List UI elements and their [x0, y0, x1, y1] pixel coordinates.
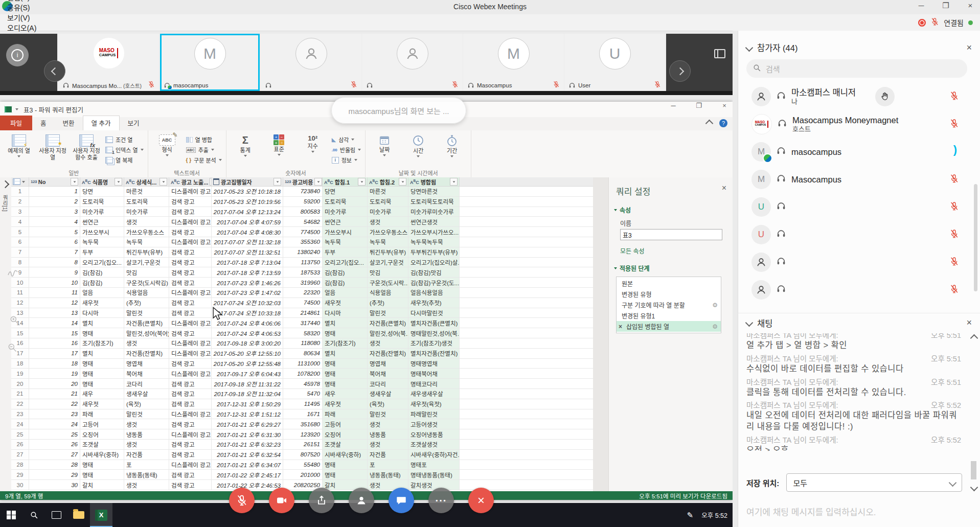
cell[interactable]: 2017-09-17 오후 6:04:43: [212, 369, 283, 378]
ribbon-button-반올림[interactable]: .00반올림: [332, 146, 361, 154]
cell[interactable]: 45978: [283, 379, 323, 388]
row-number[interactable]: 21: [11, 389, 29, 399]
row-number[interactable]: 29: [11, 470, 29, 479]
cell[interactable]: 말린것,성어(북어): [124, 328, 169, 338]
recording-icon[interactable]: [918, 19, 926, 27]
step-settings-icon[interactable]: ⚙: [712, 302, 718, 309]
cell[interactable]: 얼음: [80, 288, 124, 297]
column-header-합침.1[interactable]: ABC합침.1: [323, 177, 368, 186]
cell[interactable]: 미숫가루: [124, 207, 169, 217]
row-number[interactable]: 26: [11, 440, 29, 449]
cell[interactable]: 디스플레이 광고: [169, 338, 212, 348]
participant-row-1[interactable]: MASOCAMPUS........Masocampus Moneymagnet…: [738, 110, 972, 138]
video-tile-5[interactable]: UUser: [565, 34, 665, 91]
cell[interactable]: 명태: [80, 460, 124, 470]
cell[interactable]: 명태: [80, 328, 124, 338]
cell[interactable]: 검색 광고: [169, 227, 212, 237]
row-number[interactable]: 28: [11, 460, 29, 470]
cell[interactable]: 새우젓: [323, 298, 368, 308]
queries-pane-collapsed[interactable]: 쿼리[1]: [0, 177, 12, 491]
cell[interactable]: 2017-12-31 오후 1:50:29: [212, 399, 283, 409]
participant-row-6[interactable]: [738, 248, 972, 276]
zoom-in-icon[interactable]: [9, 315, 19, 327]
cell[interactable]: 118080: [283, 338, 323, 348]
row-number[interactable]: 7: [11, 247, 29, 257]
cell[interactable]: 살코기,구운것: [368, 258, 408, 267]
cell[interactable]: 13: [29, 308, 80, 318]
cell[interactable]: 두부튀긴두부(유부): [408, 247, 460, 257]
column-header-No[interactable]: 123No: [29, 177, 80, 186]
cell[interactable]: 튀긴두부(유부): [124, 247, 169, 257]
cell[interactable]: (추젓): [368, 298, 408, 308]
cell[interactable]: 검색 광고: [169, 258, 212, 267]
row-number[interactable]: 12: [11, 298, 29, 308]
cell[interactable]: 8: [29, 258, 80, 267]
row-number[interactable]: 19: [11, 369, 29, 378]
cell[interactable]: 디스플레이 광고: [169, 318, 212, 328]
cell[interactable]: 23: [29, 409, 80, 419]
ribbon-button-표준[interactable]: +−×÷표준: [264, 132, 294, 170]
cell[interactable]: 명태: [323, 470, 368, 479]
cell[interactable]: 시바새우(중하)자건...: [408, 450, 460, 460]
excel-taskbar-icon[interactable]: X: [90, 503, 112, 527]
info-icon[interactable]: i: [6, 44, 29, 66]
cell[interactable]: 2017-07-04 오후 4:08:30: [212, 227, 283, 237]
cell[interactable]: 두부: [80, 247, 124, 257]
ribbon-button-기간[interactable]: 기간: [437, 132, 467, 170]
cell[interactable]: 새우젓(추젓): [408, 298, 460, 308]
cell[interactable]: 351680: [283, 419, 323, 429]
filter-icon[interactable]: [314, 178, 322, 186]
cell[interactable]: 17: [29, 349, 80, 358]
query-settings-close-icon[interactable]: ×: [722, 184, 726, 193]
help-icon[interactable]: ?: [719, 119, 727, 127]
cell[interactable]: 튀긴두부(유부): [368, 247, 408, 257]
cell[interactable]: 2017-05-20 오후 12:55:48: [212, 359, 283, 369]
cell[interactable]: 800583: [283, 207, 323, 217]
cell[interactable]: 검색 광고: [169, 298, 212, 308]
cell[interactable]: 생새우살: [368, 389, 408, 399]
cell[interactable]: 마른것: [124, 187, 169, 196]
pq-minimize-icon[interactable]: ─: [668, 102, 678, 109]
cell[interactable]: 디스플레이 광고: [169, 237, 212, 247]
query-name-input[interactable]: [620, 229, 722, 240]
applied-step-3[interactable]: ×변경된 유형1: [617, 310, 721, 321]
cell[interactable]: 26: [29, 440, 80, 449]
row-number[interactable]: 8: [11, 258, 29, 267]
cell[interactable]: 2017-07-18 오후 7:13:59: [212, 267, 283, 277]
menu-item-3[interactable]: 보기(V): [0, 12, 44, 22]
row-number[interactable]: 22: [11, 399, 29, 409]
cell[interactable]: 19: [29, 369, 80, 378]
column-header-광고비용[interactable]: 123광고비용: [283, 177, 323, 186]
cell[interactable]: 코다리: [124, 379, 169, 388]
cell[interactable]: 9: [29, 267, 80, 277]
cell[interactable]: 자건품(큰멸치): [124, 318, 169, 328]
cell[interactable]: 30: [29, 480, 80, 490]
cell[interactable]: 두부: [323, 247, 368, 257]
cell[interactable]: 다시마: [80, 308, 124, 318]
cell[interactable]: (육젓): [124, 399, 169, 409]
cell[interactable]: 74500: [283, 298, 323, 308]
cell[interactable]: 10: [29, 278, 80, 287]
cell[interactable]: 가쓰오부시: [80, 227, 124, 237]
cell[interactable]: 포: [124, 460, 169, 470]
cell[interactable]: 오리고기(집오...: [323, 258, 368, 267]
cell[interactable]: 검색 광고: [169, 308, 212, 318]
cell[interactable]: 냉동품(동태): [368, 470, 408, 479]
mute-button[interactable]: [229, 488, 255, 513]
participant-row-2[interactable]: Mmasocampus): [738, 138, 972, 166]
cell[interactable]: 가쓰오부시가쓰오...: [408, 227, 460, 237]
cell[interactable]: 냉동품(동태): [124, 470, 169, 479]
cell[interactable]: 검색 광고: [169, 389, 212, 399]
collapse-ribbon-icon[interactable]: [705, 119, 714, 127]
row-number[interactable]: 2: [11, 197, 29, 207]
column-header-합침.2[interactable]: ABC합침.2: [368, 177, 408, 186]
participant-row-3[interactable]: MMasocampus: [738, 166, 972, 193]
cell[interactable]: 썬연근생것: [408, 217, 460, 226]
cell[interactable]: 12: [29, 298, 80, 308]
cell[interactable]: 27: [29, 450, 80, 460]
cell[interactable]: 검색 광고: [169, 440, 212, 449]
row-number[interactable]: 24: [11, 419, 29, 429]
cell[interactable]: 6: [29, 237, 80, 247]
cell[interactable]: 도토리묵: [323, 197, 368, 207]
cell[interactable]: 4: [29, 217, 80, 226]
